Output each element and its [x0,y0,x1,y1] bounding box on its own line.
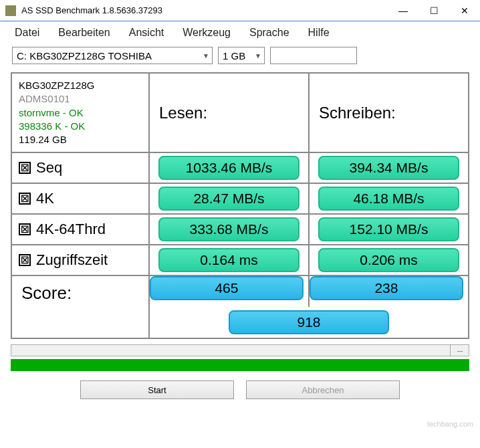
header-read: Lesen: [150,74,310,152]
menu-werkzeug[interactable]: Werkzeug [183,27,231,39]
close-button[interactable]: ✕ [449,0,480,21]
seq-label: Seq [36,159,62,177]
seq-read: 1033.46 MB/s [158,156,299,180]
4k-read: 28.47 MB/s [158,187,299,211]
seq-checkbox[interactable]: ☒ [19,162,31,174]
window-title: AS SSD Benchmark 1.8.5636.37293 [21,5,388,15]
score-label: Score: [12,276,150,338]
toolbar: C: KBG30ZPZ128G TOSHIBA ▼ 1 GB ▼ [0,44,480,67]
menu-bearbeiten[interactable]: Bearbeiten [58,27,110,39]
score-read: 465 [150,276,304,300]
4k64-label: 4K-64Thrd [36,221,106,238]
access-write: 0.206 ms [318,248,459,272]
drive-select-value: C: KBG30ZPZ128G TOSHIBA [17,50,152,62]
access-read: 0.164 ms [158,248,299,272]
row-4k: ☒ 4K [12,184,150,213]
drive-model: KBG30ZPZ128G [19,79,94,92]
menu-ansicht[interactable]: Ansicht [129,27,164,39]
4k64-checkbox[interactable]: ☒ [19,223,31,235]
menubar: Datei Bearbeiten Ansicht Werkzeug Sprach… [0,21,480,44]
progress-handle-icon: - - - [450,345,469,356]
menu-datei[interactable]: Datei [15,27,39,39]
maximize-button[interactable]: ☐ [418,0,449,21]
titlebar: AS SSD Benchmark 1.8.5636.37293 — ☐ ✕ [0,0,480,21]
minimize-button[interactable]: — [388,0,418,21]
app-icon [5,5,16,16]
window-controls: — ☐ ✕ [388,0,480,21]
size-select-value: 1 GB [223,50,245,62]
score-total: 918 [229,310,389,334]
drive-capacity: 119.24 GB [19,133,67,146]
menu-sprache[interactable]: Sprache [249,27,289,39]
start-button[interactable]: Start [80,380,234,399]
progress-bar: - - - [11,344,469,356]
status-bar [11,359,469,371]
4k-label: 4K [36,190,54,207]
row-access: ☒ Zugriffszeit [12,245,150,275]
drive-driver-status: stornvme - OK [19,106,84,120]
4k-checkbox[interactable]: ☒ [19,193,31,205]
drive-align-status: 398336 K - OK [19,120,85,133]
drive-firmware: ADMS0101 [19,92,70,106]
access-label: Zugriffszeit [36,251,108,269]
4k64-read: 333.68 MB/s [158,217,299,241]
4k64-write: 152.10 MB/s [318,217,459,241]
results-grid: KBG30ZPZ128G ADMS0101 stornvme - OK 3983… [11,72,469,339]
seq-write: 394.34 MB/s [318,156,459,180]
access-checkbox[interactable]: ☒ [19,254,31,266]
size-select[interactable]: 1 GB ▼ [218,47,265,64]
abort-button: Abbrechen [246,380,400,399]
drive-select[interactable]: C: KBG30ZPZ128G TOSHIBA ▼ [12,47,213,64]
chevron-down-icon: ▼ [203,52,209,60]
drive-info: KBG30ZPZ128G ADMS0101 stornvme - OK 3983… [12,74,150,152]
row-seq: ☒ Seq [12,153,150,183]
header-write: Schreiben: [310,74,468,152]
row-4k64: ☒ 4K-64Thrd [12,215,150,244]
menu-hilfe[interactable]: Hilfe [308,27,330,39]
test-name-input[interactable] [270,47,357,64]
score-write: 238 [310,276,463,300]
button-row: Start Abbrechen [0,371,480,409]
4k-write: 46.18 MB/s [318,187,459,211]
chevron-down-icon: ▼ [255,52,261,60]
watermark: techbang.com [427,420,473,428]
